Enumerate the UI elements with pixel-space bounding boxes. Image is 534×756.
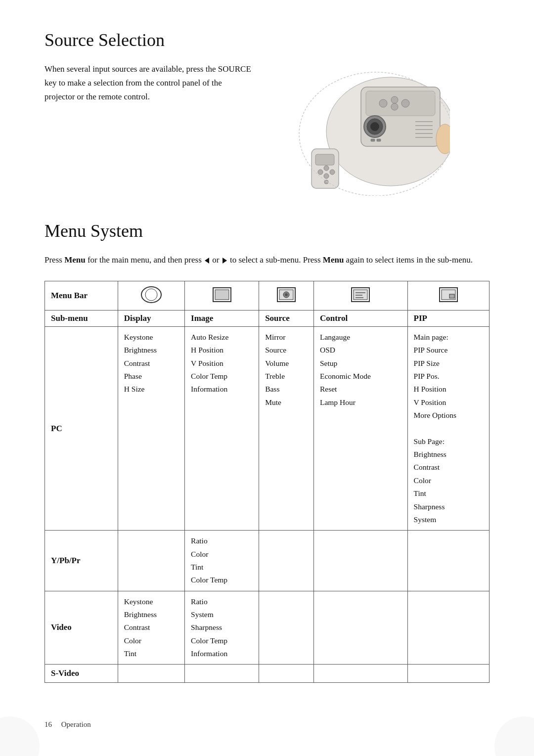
svg-rect-16 — [377, 139, 381, 141]
source-section: When several input sources are available… — [44, 62, 490, 196]
table-row-ypbpr: Y/Pb/Pr RatioColorTintColor Temp — [45, 531, 490, 591]
menu-table: Menu Bar — [44, 281, 490, 683]
menu-bold-1: Menu — [64, 255, 86, 265]
ypbpr-image: RatioColorTintColor Temp — [185, 531, 259, 591]
source-selection-title: Source Selection — [44, 30, 490, 50]
pc-image: Auto ResizeH PositionV PositionColor Tem… — [185, 327, 259, 531]
svideo-control — [313, 665, 407, 683]
display-header: Display — [118, 311, 184, 327]
svideo-label: S-Video — [45, 665, 118, 683]
device-illustration — [262, 57, 450, 196]
menu-desc-suffix: again to select items in the sub-menu. — [344, 255, 473, 265]
control-header: Control — [313, 311, 407, 327]
svg-point-33 — [285, 293, 288, 296]
pc-display: KeystoneBrightnessContrastPhaseH Size — [118, 327, 184, 531]
ypbpr-label: Y/Pb/Pr — [45, 531, 118, 591]
table-row-svideo: S-Video — [45, 665, 490, 683]
pc-pip: Main page:PIP SourcePIP SizePIP Pos.H Po… — [407, 327, 489, 531]
ypbpr-source — [259, 531, 314, 591]
display-icon — [139, 285, 163, 304]
image-header: Image — [185, 311, 259, 327]
video-display: KeystoneBrightnessContrastColorTint — [118, 591, 184, 665]
table-row-pc: PC KeystoneBrightnessContrastPhaseH Size… — [45, 327, 490, 531]
table-row-video: Video KeystoneBrightnessContrastColorTin… — [45, 591, 490, 665]
svg-point-5 — [401, 99, 409, 107]
svg-point-6 — [391, 103, 398, 110]
ypbpr-control — [313, 531, 407, 591]
ypbpr-pip — [407, 531, 489, 591]
control-icon — [349, 285, 372, 304]
svideo-source — [259, 665, 314, 683]
image-icon — [210, 285, 234, 304]
svg-point-27 — [145, 289, 157, 301]
ypbpr-display — [118, 531, 184, 591]
svg-point-9 — [370, 122, 379, 131]
menu-section: Menu System Press Menu for the main menu… — [44, 221, 490, 683]
svg-point-20 — [318, 170, 323, 175]
image-icon-cell — [185, 281, 259, 311]
svg-rect-35 — [354, 290, 367, 300]
svg-rect-19 — [315, 154, 334, 165]
svg-rect-15 — [371, 139, 375, 141]
svideo-image — [185, 665, 259, 683]
svg-point-21 — [324, 166, 329, 171]
svg-rect-41 — [449, 294, 454, 298]
pc-source: MirrorSourceVolumeTrebleBassMute — [259, 327, 314, 531]
pc-control: LangaugeOSDSetupEconomic ModeResetLamp H… — [313, 327, 407, 531]
page-number: 16 — [44, 720, 52, 728]
video-control — [313, 591, 407, 665]
source-description: When several input sources are available… — [44, 62, 252, 104]
source-icon-cell — [259, 281, 314, 311]
video-source — [259, 591, 314, 665]
pip-icon-cell — [407, 281, 489, 311]
svg-point-23 — [324, 174, 329, 178]
source-icon — [274, 285, 298, 304]
menu-desc-mid: for the main menu, and then press — [88, 255, 202, 265]
svg-point-22 — [330, 170, 335, 175]
svg-rect-2 — [366, 91, 435, 116]
pip-header: PIP — [407, 311, 489, 327]
svg-point-3 — [379, 99, 387, 107]
svg-point-26 — [141, 287, 161, 303]
arrow-left-icon — [205, 258, 209, 264]
source-header: Source — [259, 311, 314, 327]
footer-section: Operation — [61, 720, 91, 728]
menu-system-title: Menu System — [44, 221, 490, 241]
svideo-display — [118, 665, 184, 683]
projector-svg — [262, 57, 450, 196]
video-pip — [407, 591, 489, 665]
control-icon-cell — [313, 281, 407, 311]
menu-desc-or: or — [212, 255, 221, 265]
svg-rect-29 — [215, 290, 229, 300]
pc-label: PC — [45, 327, 118, 531]
icon-row: Menu Bar — [45, 281, 490, 311]
svg-point-4 — [391, 96, 398, 103]
menu-bold-2: Menu — [323, 255, 344, 265]
menu-bar-label: Menu Bar — [45, 281, 118, 311]
display-icon-cell — [118, 281, 184, 311]
video-image: RatioSystemSharpnessColor TempInformatio… — [185, 591, 259, 665]
svideo-pip — [407, 665, 489, 683]
page-footer: 16 Operation — [44, 720, 91, 729]
subheader-row: Sub-menu Display Image Source Control PI… — [45, 311, 490, 327]
arrow-right-icon — [222, 258, 227, 264]
menu-desc-submenu: to select a sub-menu. Press — [230, 255, 323, 265]
video-label: Video — [45, 591, 118, 665]
menu-description: Press Menu for the main menu, and then p… — [44, 253, 490, 267]
pip-icon — [437, 285, 460, 304]
submenu-label: Sub-menu — [45, 311, 118, 327]
